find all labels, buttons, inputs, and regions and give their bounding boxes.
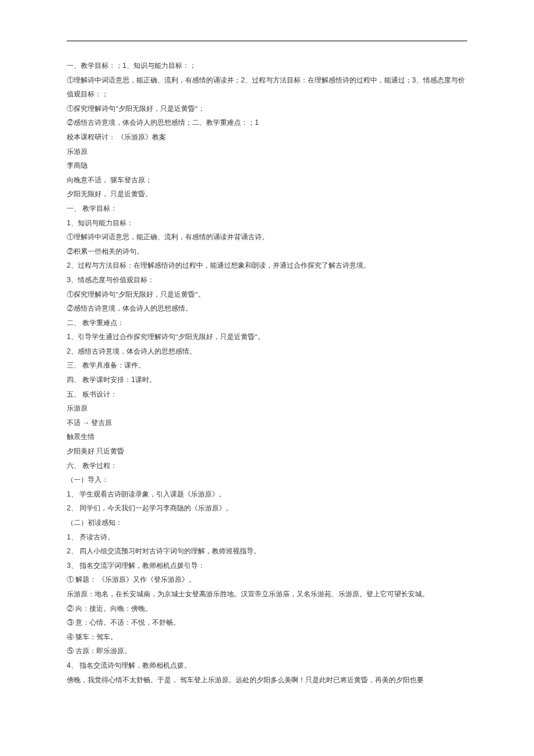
text-line: 乐游原 bbox=[67, 145, 467, 159]
text-line: 4、 指名交流诗句理解，教师相机点拨。 bbox=[67, 658, 467, 673]
text-line: 向晚意不适， 驱车登古原； bbox=[67, 173, 467, 188]
text-line: ③ 意：心情。不适：不悦，不舒畅。 bbox=[67, 615, 467, 630]
text-line: （二）初读感知： bbox=[67, 516, 467, 530]
document-body: 一、教学目标：；1、知识与能力目标：；①理解诗中词语意思，能正确、流利，有感情的… bbox=[67, 59, 467, 687]
text-line: 3、情感态度与价值观目标： bbox=[67, 273, 467, 287]
text-line: 1、 学生观看古诗朗读录象，引入课题《乐游原》。 bbox=[67, 487, 467, 502]
text-line: ②积累一些相关的诗句。 bbox=[67, 244, 467, 259]
text-line: 五、 板书设计： bbox=[67, 387, 467, 402]
text-line: 六、 教学过程： bbox=[67, 459, 467, 473]
text-line: ②感悟古诗意境，体会诗人的思想感情。 bbox=[67, 301, 467, 316]
text-line: ② 向：接近。向晚：傍晚。 bbox=[67, 602, 467, 616]
text-line: ① 解题： 《乐游原》又作《登乐游原》。 bbox=[67, 573, 467, 587]
text-line: 一、教学目标：；1、知识与能力目标：； bbox=[67, 59, 467, 73]
text-line: ④ 驱车：驾车。 bbox=[67, 630, 467, 645]
text-line: 2、过程与方法目标：在理解感悟诗的过程中，能通过想象和朗读，并通过合作探究了解古… bbox=[67, 258, 467, 273]
text-line: 不适 → 登古原 bbox=[67, 416, 467, 430]
text-line: 乐游原：地名，在长安城南，为京城士女登高游乐胜地。汉宣帝立乐游庙，又名乐游苑、乐… bbox=[67, 587, 467, 602]
text-line: 夕阳美好 只近黄昏 bbox=[67, 444, 467, 459]
text-line: 乐游原 bbox=[67, 401, 467, 416]
text-line: 二、 教学重难点： bbox=[67, 316, 467, 330]
horizontal-rule bbox=[67, 41, 467, 41]
text-line: 触景生情 bbox=[67, 430, 467, 444]
text-line: （一）导入： bbox=[67, 473, 467, 487]
text-line: 3、 指名交流字词理解，教师相机点拨引导： bbox=[67, 559, 467, 573]
text-line: 李商隐 bbox=[67, 159, 467, 173]
text-line: ⑤ 古原：即乐游原。 bbox=[67, 644, 467, 658]
text-line: 校本课程研讨： 《乐游原》教案 bbox=[67, 130, 467, 145]
text-line: 2、 四人小组交流预习时对古诗字词句的理解，教师巡视指导。 bbox=[67, 544, 467, 559]
text-line: 三、 教学具准备：课件。 bbox=[67, 358, 467, 373]
text-line: 2、感悟古诗意境，体会诗人的思想感情。 bbox=[67, 344, 467, 359]
text-line: ①理解诗中词语意思，能正确、流利，有感情的诵读并；2、过程与方法目标：在理解感悟… bbox=[67, 73, 467, 102]
text-line: ①探究理解诗句"夕阳无限好，只是近黄昏"； bbox=[67, 102, 467, 116]
text-line: 2、 同学们，今天我们一起学习李商隐的《乐游原》。 bbox=[67, 501, 467, 516]
text-line: ①理解诗中词语意思，能正确、流利，有感情的诵读并背诵古诗。 bbox=[67, 230, 467, 244]
text-line: ①探究理解诗句"夕阳无限好，只是近黄昏"。 bbox=[67, 287, 467, 302]
text-line: 1、引导学生通过合作探究理解诗句"夕阳无限好，只是近黄昏"。 bbox=[67, 330, 467, 344]
text-line: 一、 教学目标： bbox=[67, 201, 467, 216]
text-line: 1、知识与能力目标： bbox=[67, 216, 467, 231]
document-page: 一、教学目标：；1、知识与能力目标：；①理解诗中词语意思，能正确、流利，有感情的… bbox=[0, 0, 534, 722]
text-line: 夕阳无限好， 只是近黄昏。 bbox=[67, 187, 467, 201]
text-line: 四、 教学课时安排：1课时。 bbox=[67, 373, 467, 387]
text-line: ②感悟古诗意境，体会诗人的思想感情；二、教学重难点：；1 bbox=[67, 116, 467, 130]
text-line: 傍晚，我觉得心情不太舒畅。于是， 驾车登上乐游原。远处的夕阳多么美啊！只是此时已… bbox=[67, 673, 467, 687]
text-line: 1、 齐读古诗。 bbox=[67, 530, 467, 545]
